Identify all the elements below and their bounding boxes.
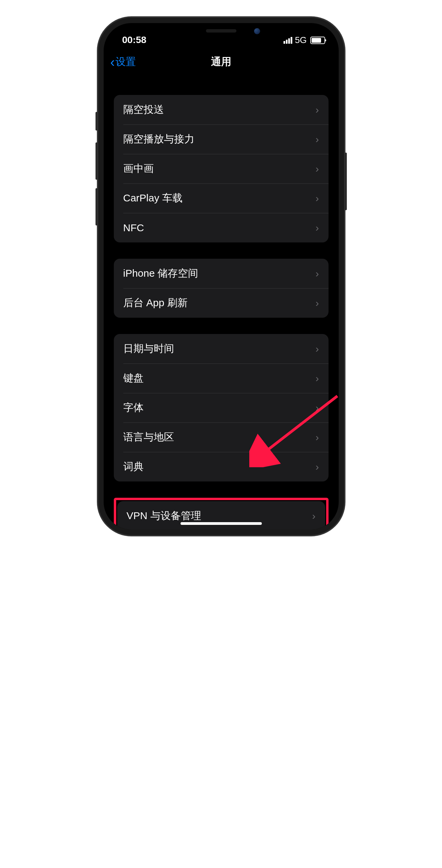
front-camera xyxy=(254,28,260,34)
chevron-right-icon: › xyxy=(316,193,319,204)
power-button xyxy=(345,153,347,210)
row-label: 画中画 xyxy=(123,162,154,176)
vpn-device-management-row[interactable]: VPN 与设备管理 › xyxy=(117,501,325,530)
notch xyxy=(170,23,272,39)
cellular-signal-icon xyxy=(283,37,292,44)
settings-group-2: iPhone 储存空间 › 后台 App 刷新 › xyxy=(114,259,329,318)
volume-down-button xyxy=(96,188,98,225)
row-label: 后台 App 刷新 xyxy=(123,296,188,310)
keyboard-row[interactable]: 键盘 › xyxy=(114,363,329,393)
page-title: 通用 xyxy=(211,55,231,69)
row-label: VPN 与设备管理 xyxy=(127,509,201,523)
airplay-handoff-row[interactable]: 隔空播放与接力 › xyxy=(114,124,329,154)
chevron-right-icon: › xyxy=(312,510,316,522)
row-label: 键盘 xyxy=(123,371,144,385)
volume-up-button xyxy=(96,142,98,180)
row-label: 语言与地区 xyxy=(123,430,174,444)
navigation-bar: ‹ 设置 通用 xyxy=(104,47,339,76)
chevron-right-icon: › xyxy=(316,104,319,116)
row-label: 隔空播放与接力 xyxy=(123,132,194,146)
chevron-right-icon: › xyxy=(316,163,319,175)
language-region-row[interactable]: 语言与地区 › xyxy=(114,422,329,452)
settings-group-1: 隔空投送 › 隔空播放与接力 › 画中画 › CarPlay 车载 › NFC xyxy=(114,95,329,242)
row-label: NFC xyxy=(123,222,144,234)
speaker-grille xyxy=(206,29,236,33)
row-label: 隔空投送 xyxy=(123,103,164,117)
battery-fill xyxy=(312,38,321,43)
iphone-storage-row[interactable]: iPhone 储存空间 › xyxy=(114,259,329,288)
date-time-row[interactable]: 日期与时间 › xyxy=(114,334,329,363)
back-button[interactable]: ‹ 设置 xyxy=(110,55,136,69)
status-time: 00:58 xyxy=(122,35,147,45)
settings-content[interactable]: 隔空投送 › 隔空播放与接力 › 画中画 › CarPlay 车载 › NFC xyxy=(104,76,339,530)
row-label: CarPlay 车载 xyxy=(123,191,183,205)
chevron-right-icon: › xyxy=(316,222,319,234)
chevron-left-icon: ‹ xyxy=(110,55,115,69)
chevron-right-icon: › xyxy=(316,297,319,309)
settings-group-4: VPN 与设备管理 › xyxy=(117,501,325,530)
home-indicator[interactable] xyxy=(181,522,262,525)
row-label: 日期与时间 xyxy=(123,342,174,356)
fonts-row[interactable]: 字体 › xyxy=(114,393,329,422)
battery-icon xyxy=(310,37,325,44)
dictionary-row[interactable]: 词典 › xyxy=(114,452,329,481)
chevron-right-icon: › xyxy=(316,373,319,384)
picture-in-picture-row[interactable]: 画中画 › xyxy=(114,154,329,183)
row-label: iPhone 储存空间 xyxy=(123,267,198,280)
screen: 00:58 5G ‹ 设置 通用 隔空投送 › xyxy=(104,23,339,530)
chevron-right-icon: › xyxy=(316,432,319,443)
settings-group-3: 日期与时间 › 键盘 › 字体 › 语言与地区 › 词典 › xyxy=(114,334,329,481)
chevron-right-icon: › xyxy=(316,343,319,355)
row-label: 词典 xyxy=(123,460,144,474)
chevron-right-icon: › xyxy=(316,134,319,145)
nfc-row[interactable]: NFC › xyxy=(114,213,329,242)
phone-frame: 00:58 5G ‹ 设置 通用 隔空投送 › xyxy=(98,17,345,536)
chevron-right-icon: › xyxy=(316,402,319,414)
chevron-right-icon: › xyxy=(316,268,319,279)
chevron-right-icon: › xyxy=(316,461,319,473)
back-label: 设置 xyxy=(115,55,136,69)
airdrop-row[interactable]: 隔空投送 › xyxy=(114,95,329,124)
background-app-refresh-row[interactable]: 后台 App 刷新 › xyxy=(114,288,329,318)
row-label: 字体 xyxy=(123,401,144,415)
network-type: 5G xyxy=(295,35,307,45)
mute-switch xyxy=(96,112,98,131)
carplay-row[interactable]: CarPlay 车载 › xyxy=(114,183,329,213)
status-right: 5G xyxy=(283,35,325,45)
